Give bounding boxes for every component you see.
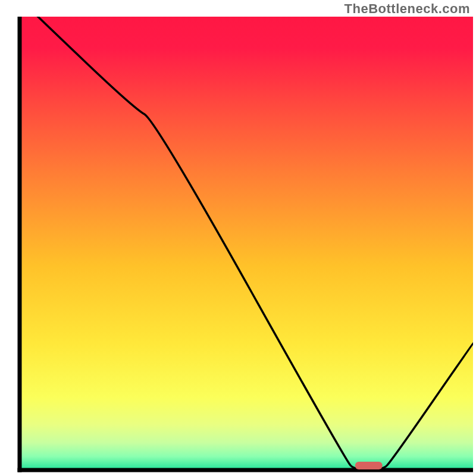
chart-container: TheBottleneck.com [0, 0, 476, 476]
optimal-range-marker [355, 462, 383, 469]
bottleneck-chart [0, 0, 476, 476]
gradient-background [20, 17, 473, 470]
